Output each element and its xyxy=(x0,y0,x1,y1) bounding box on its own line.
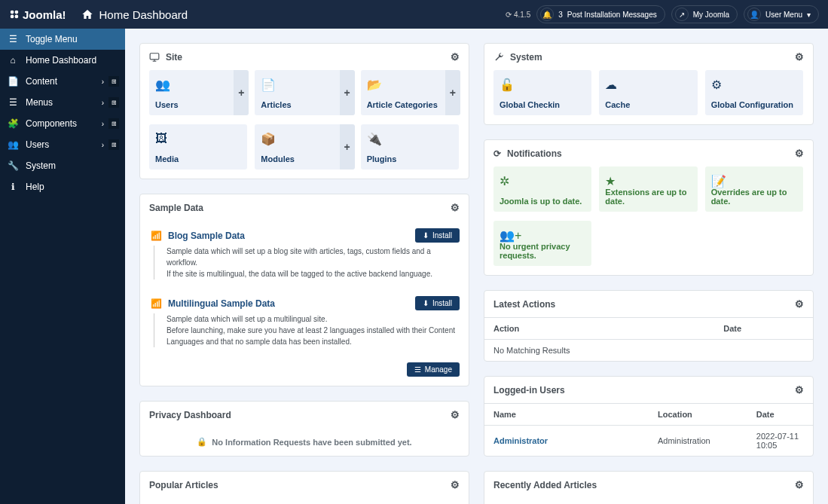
notifications-card: ⟳ Notifications ⚙ ✲Joomla is up to date.… xyxy=(484,139,814,276)
wifi-icon: 📶 xyxy=(151,231,162,241)
privacy-dashboard-card: Privacy Dashboard⚙ 🔒No Information Reque… xyxy=(139,401,469,457)
plug-icon: 🔌 xyxy=(367,132,382,146)
gear-icon[interactable]: ⚙ xyxy=(451,202,460,213)
wrench-icon: 🔧 xyxy=(8,160,18,171)
gear-icon[interactable]: ⚙ xyxy=(795,51,804,63)
wifi-icon: 📶 xyxy=(151,298,162,309)
tile-label: Cache xyxy=(605,100,691,109)
tile-global-configuration[interactable]: ⚙Global Configuration xyxy=(705,70,803,115)
tile-users[interactable]: 👥Users+ xyxy=(149,70,247,115)
dashboard-icon[interactable]: ⊞ xyxy=(108,118,119,129)
bars-icon: ☰ xyxy=(8,34,18,44)
puzzle-icon: 🧩 xyxy=(8,118,18,129)
sidebar-item-help[interactable]: ℹHelp xyxy=(0,176,125,197)
sidebar-item-label: System xyxy=(26,160,56,171)
user-link[interactable]: Administrator xyxy=(493,436,548,445)
chevron-right-icon: › xyxy=(102,99,104,107)
tile-cache[interactable]: ☁Cache xyxy=(599,70,697,115)
plus-icon[interactable]: + xyxy=(340,70,355,115)
sidebar-item-menus[interactable]: ☰Menus›⊞ xyxy=(0,92,125,113)
list-icon: ☰ xyxy=(8,97,18,108)
svg-rect-4 xyxy=(150,53,159,59)
folder-icon: 📂 xyxy=(367,78,382,92)
manage-button[interactable]: ☰Manage xyxy=(407,362,460,377)
tile-plugins[interactable]: 🔌Plugins xyxy=(361,124,459,170)
sample-title: Multilingual Sample Data xyxy=(168,298,409,309)
gear-icon[interactable]: ⚙ xyxy=(795,384,804,396)
version-badge[interactable]: ⟳4.1.5 xyxy=(506,11,530,19)
dashboard-icon[interactable]: ⊞ xyxy=(108,139,119,150)
tile-label: Joomla is up to date. xyxy=(500,197,585,206)
sidebar: ☰Toggle Menu⌂Home Dashboard📄Content›⊞☰Me… xyxy=(0,29,125,504)
brand-logo[interactable]: Joomla! xyxy=(9,8,66,21)
col-action: Action xyxy=(484,318,714,340)
popular-articles-card: Popular Articles⚙ 📄No Articles have been… xyxy=(139,471,469,504)
user-menu-button[interactable]: 👤 User Menu ▾ xyxy=(744,5,819,23)
sample-data-card: Sample Data ⚙ 📶Blog Sample Data⬇InstallS… xyxy=(139,194,469,386)
latest-actions-card: Latest Actions⚙ ActionDate No Matching R… xyxy=(484,290,814,362)
sidebar-item-home-dashboard[interactable]: ⌂Home Dashboard xyxy=(0,50,125,71)
my-joomla-button[interactable]: ↗ My Joomla xyxy=(671,5,738,23)
users-icon: 👥 xyxy=(155,78,170,92)
sidebar-item-users[interactable]: 👥Users›⊞ xyxy=(0,134,125,155)
sidebar-item-label: Help xyxy=(26,182,44,192)
sidebar-item-label: Users xyxy=(26,139,49,150)
star-icon: ★ xyxy=(605,174,616,188)
sidebar-item-system[interactable]: 🔧System xyxy=(0,155,125,176)
sidebar-item-content[interactable]: 📄Content›⊞ xyxy=(0,71,125,92)
tile-joomla-is-up-to-date-[interactable]: ✲Joomla is up to date. xyxy=(493,166,591,212)
tile-modules[interactable]: 📦Modules+ xyxy=(255,124,353,170)
dashboard-icon[interactable]: ⊞ xyxy=(108,97,119,108)
system-card: System ⚙ 🔓Global Checkin☁Cache⚙Global Co… xyxy=(484,43,814,125)
gear-icon[interactable]: ⚙ xyxy=(451,479,460,490)
tile-articles[interactable]: 📄Articles+ xyxy=(255,70,353,115)
plus-icon[interactable]: + xyxy=(234,70,249,115)
external-icon: ↗ xyxy=(675,8,689,21)
download-icon: ⬇ xyxy=(423,299,429,307)
file-icon: 📄 xyxy=(8,76,18,87)
tile-label: Plugins xyxy=(367,154,453,163)
tile-label: No urgent privacy requests. xyxy=(500,242,585,260)
image-icon: 🖼 xyxy=(155,132,167,145)
tile-overrides-are-up-to-date-[interactable]: 📝Overrides are up to date. xyxy=(705,166,803,212)
sidebar-item-toggle-menu[interactable]: ☰Toggle Menu xyxy=(0,29,125,50)
gear-icon[interactable]: ⚙ xyxy=(451,409,460,420)
tile-no-urgent-privacy-requests-[interactable]: 👥+No urgent privacy requests. xyxy=(493,221,591,266)
tile-article-categories[interactable]: 📂Article Categories+ xyxy=(361,70,459,115)
site-card: Site ⚙ 👥Users+📄Articles+📂Article Categor… xyxy=(139,43,469,179)
svg-point-1 xyxy=(15,11,19,14)
tile-global-checkin[interactable]: 🔓Global Checkin xyxy=(493,70,591,115)
cube-icon: 📦 xyxy=(261,132,276,146)
recent-articles-card: Recently Added Articles⚙ 📄No Articles ha… xyxy=(484,471,814,504)
home-icon: ⌂ xyxy=(8,55,18,66)
sidebar-item-components[interactable]: 🧩Components›⊞ xyxy=(0,113,125,134)
gear-icon[interactable]: ⚙ xyxy=(795,148,804,159)
col-date: Date xyxy=(747,404,813,426)
install-button[interactable]: ⬇Install xyxy=(415,296,460,310)
install-button[interactable]: ⬇Install xyxy=(415,228,460,243)
tile-label: Global Configuration xyxy=(711,100,797,109)
post-install-messages-button[interactable]: 🔔 3 Post Installation Messages xyxy=(536,5,665,23)
tile-label: Articles xyxy=(261,100,342,109)
refresh-icon: ⟳ xyxy=(493,148,501,159)
svg-point-3 xyxy=(15,15,19,19)
tile-extensions-are-up-to-date-[interactable]: ★Extensions are up to date. xyxy=(599,166,697,212)
dashboard-icon[interactable]: ⊞ xyxy=(108,76,119,87)
sidebar-item-label: Toggle Menu xyxy=(26,34,78,44)
gear-icon[interactable]: ⚙ xyxy=(795,298,804,310)
svg-point-2 xyxy=(11,15,14,19)
gear-icon[interactable]: ⚙ xyxy=(795,479,804,490)
usersplus-icon: 👥+ xyxy=(500,228,521,243)
gear-icon[interactable]: ⚙ xyxy=(451,51,460,63)
fileedit-icon: 📝 xyxy=(711,174,726,188)
lock-icon: 🔒 xyxy=(197,437,207,447)
joomla-icon: ✲ xyxy=(500,174,509,188)
tile-label: Users xyxy=(155,100,237,109)
user-icon: 👤 xyxy=(747,8,761,21)
tile-media[interactable]: 🖼Media xyxy=(149,124,247,170)
plus-icon[interactable]: + xyxy=(445,70,460,115)
download-icon: ⬇ xyxy=(423,231,429,240)
list-icon: ☰ xyxy=(414,365,421,374)
tile-label: Media xyxy=(155,154,241,163)
plus-icon[interactable]: + xyxy=(340,124,355,170)
